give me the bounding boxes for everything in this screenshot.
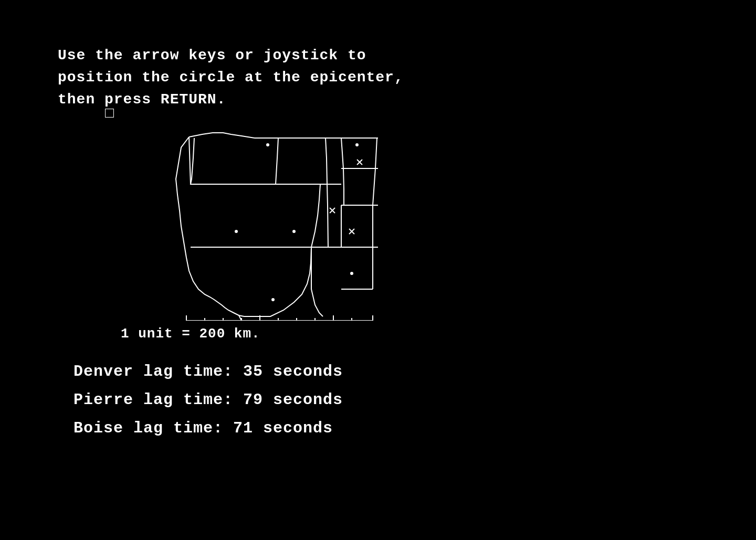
denver-lag-time: Denver lag time: 35 seconds <box>74 357 698 386</box>
instruction-block: Use the arrow keys or joystick to positi… <box>58 45 698 111</box>
cursor-symbol[interactable]: □ <box>105 105 114 122</box>
instruction-line2: position the circle at the epicenter, <box>58 67 698 89</box>
boise-lag-time: Boise lag time: 71 seconds <box>74 414 698 442</box>
lag-times-section: Denver lag time: 35 seconds Pierre lag t… <box>74 357 698 442</box>
scale-label: 1 unit = 200 km. <box>121 326 698 342</box>
svg-point-15 <box>267 144 269 146</box>
pierre-lag-time: Pierre lag time: 79 seconds <box>74 386 698 414</box>
svg-point-10 <box>235 230 237 232</box>
instruction-line3: then press RETURN. <box>58 89 698 111</box>
svg-point-13 <box>272 299 274 301</box>
main-screen: Use the arrow keys or joystick to positi… <box>32 24 724 517</box>
map-svg <box>121 126 383 321</box>
svg-point-11 <box>293 230 295 232</box>
svg-point-12 <box>351 272 353 274</box>
instruction-line1: Use the arrow keys or joystick to <box>58 45 698 67</box>
svg-point-14 <box>356 144 358 146</box>
map-area[interactable] <box>121 126 383 321</box>
